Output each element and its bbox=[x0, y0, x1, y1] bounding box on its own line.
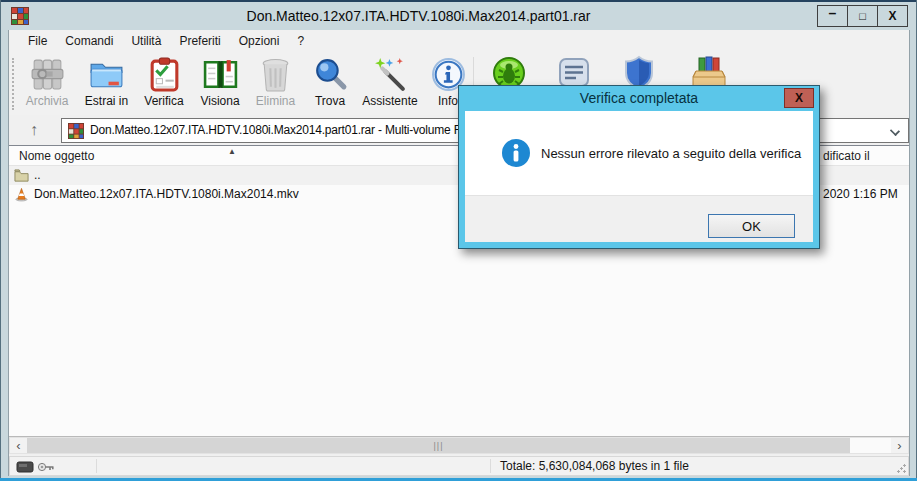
menu-file[interactable]: File bbox=[19, 31, 56, 51]
menu-comandi[interactable]: Comandi bbox=[56, 31, 122, 51]
find-label: Trova bbox=[315, 94, 345, 108]
dialog-title: Verifica completata bbox=[459, 86, 819, 111]
toolbar-buttons: Archivia Estrai in bbox=[17, 53, 473, 108]
key-status-icon bbox=[37, 461, 56, 473]
menu-help[interactable]: ? bbox=[288, 31, 313, 51]
info-circle-icon bbox=[501, 138, 531, 168]
winrar-logo-icon bbox=[11, 7, 29, 25]
window-border-left bbox=[0, 0, 1, 481]
menu-opzioni[interactable]: Opzioni bbox=[230, 31, 289, 51]
minimize-button[interactable]: – bbox=[817, 5, 848, 27]
dialog-close-button[interactable]: X bbox=[784, 88, 814, 108]
statusbar-divider bbox=[490, 459, 491, 473]
window-controls: – □ X bbox=[818, 5, 908, 27]
extract-label: Estrai in bbox=[85, 94, 128, 108]
folder-up-icon bbox=[14, 168, 29, 183]
statusbar-total: Totale: 5,630,084,068 bytes in 1 file bbox=[500, 457, 689, 475]
window-title: Don.Matteo.12x07.ITA.HDTV.1080i.Max2014.… bbox=[41, 2, 796, 30]
find-button[interactable]: Trova bbox=[303, 53, 357, 108]
test-button[interactable]: Verifica bbox=[136, 53, 192, 108]
up-arrow-icon: ↑ bbox=[30, 121, 38, 139]
delete-button: Elimina bbox=[248, 53, 303, 108]
view-book-icon bbox=[202, 56, 239, 93]
view-label: Visiona bbox=[200, 94, 239, 108]
video-file-cone-icon bbox=[14, 187, 29, 202]
scroll-left-icon[interactable]: ‹ bbox=[10, 438, 27, 453]
winrar-small-icon bbox=[68, 123, 84, 139]
item-name: .. bbox=[34, 166, 41, 185]
wizard-label: Assistente bbox=[362, 94, 417, 108]
extract-folder-icon bbox=[88, 56, 125, 93]
horizontal-scrollbar[interactable]: ‹ ||| › bbox=[9, 437, 909, 454]
item-name: Don.Matteo.12x07.ITA.HDTV.1080i.Max2014.… bbox=[34, 185, 299, 204]
delete-trash-icon bbox=[257, 56, 294, 93]
up-directory-button[interactable]: ↑ bbox=[17, 117, 51, 142]
item-modified-date: 2020 1:16 PM bbox=[823, 185, 898, 204]
dialog-footer: OK bbox=[465, 195, 813, 242]
delete-label: Elimina bbox=[256, 94, 295, 108]
ok-button[interactable]: OK bbox=[708, 214, 795, 238]
menubar: File Comandi Utilità Preferiti Opzioni ? bbox=[9, 30, 909, 52]
dialog-message: Nessun errore rilevato a seguito della v… bbox=[541, 111, 807, 195]
menu-preferiti[interactable]: Preferiti bbox=[170, 31, 229, 51]
titlebar[interactable]: Don.Matteo.12x07.ITA.HDTV.1080i.Max2014.… bbox=[1, 2, 916, 30]
info-label: Info bbox=[438, 94, 458, 108]
find-magnifier-icon bbox=[312, 56, 349, 93]
menu-utilita[interactable]: Utilità bbox=[122, 31, 170, 51]
wizard-wand-icon bbox=[372, 56, 409, 93]
dialog-body: Nessun errore rilevato a seguito della v… bbox=[465, 111, 813, 195]
close-x-icon: X bbox=[795, 91, 803, 105]
scrollbar-thumb[interactable]: ||| bbox=[27, 438, 850, 453]
close-button[interactable]: X bbox=[877, 5, 908, 27]
view-button[interactable]: Visiona bbox=[192, 53, 248, 108]
maximize-button[interactable]: □ bbox=[847, 5, 878, 27]
scrollbar-grip-icon: ||| bbox=[433, 441, 443, 451]
disk-status-icon bbox=[16, 461, 34, 473]
wizard-button[interactable]: Assistente bbox=[357, 53, 423, 108]
archive-icon bbox=[29, 56, 66, 93]
extract-button[interactable]: Estrai in bbox=[77, 53, 136, 108]
statusbar-divider bbox=[96, 459, 97, 473]
verify-complete-dialog: Verifica completata X Nessun errore rile… bbox=[458, 85, 820, 249]
archive-button: Archivia bbox=[17, 53, 77, 108]
column-header-modified[interactable]: dificato il bbox=[823, 146, 870, 166]
winrar-window: Don.Matteo.12x07.ITA.HDTV.1080i.Max2014.… bbox=[0, 0, 917, 481]
resize-grip[interactable] bbox=[897, 464, 906, 473]
statusbar: Totale: 5,630,084,068 bytes in 1 file bbox=[9, 456, 909, 476]
dropdown-chevron-icon[interactable] bbox=[890, 126, 900, 136]
sort-ascending-icon: ▲ bbox=[228, 147, 236, 156]
column-header-name[interactable]: Nome oggetto bbox=[19, 146, 94, 166]
test-clipboard-icon bbox=[146, 56, 183, 93]
test-label: Verifica bbox=[144, 94, 183, 108]
archive-label: Archivia bbox=[26, 94, 69, 108]
toolbar-drag-handle[interactable] bbox=[12, 58, 15, 110]
scroll-right-icon[interactable]: › bbox=[891, 438, 908, 453]
